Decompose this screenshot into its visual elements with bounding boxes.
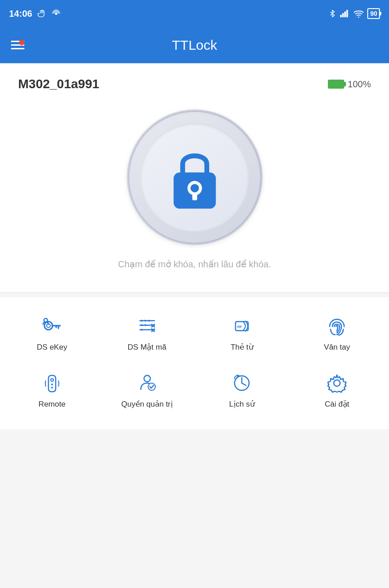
quyen-quan-tri-label: Quyền quản trị (121, 399, 173, 409)
ds-mat-ma-label: DS Mật mã (128, 342, 167, 352)
lock-icon (163, 141, 226, 213)
main-content: M302_01a991 100% (0, 63, 389, 292)
svg-point-20 (144, 320, 146, 322)
lich-su-label: Lịch sử (229, 399, 255, 409)
bottom-grid: DS eKey DS Mật mã (0, 297, 389, 429)
remote-icon (41, 373, 63, 394)
device-header: M302_01a991 100% (9, 77, 380, 100)
remote-button[interactable]: Remote (5, 363, 100, 416)
device-battery-percent: 100% (348, 79, 371, 90)
status-time: 14:06 (9, 9, 32, 19)
svg-point-34 (51, 387, 53, 389)
lock-button[interactable] (127, 109, 263, 245)
lock-inner (140, 123, 249, 232)
svg-point-35 (144, 375, 150, 382)
rfid-icon: RF (231, 315, 253, 337)
remote-label: Remote (38, 400, 66, 409)
svg-point-5 (358, 17, 360, 18)
fingerprint-icon (326, 316, 348, 337)
bluetooth-icon (328, 9, 336, 19)
cai-dat-label: Cài đặt (325, 399, 349, 409)
ds-ekey-label: DS eKey (37, 343, 67, 352)
the-tu-label: Thẻ từ (231, 342, 253, 352)
app-title: TTLock (172, 38, 217, 53)
svg-point-23 (144, 324, 146, 326)
ds-mat-ma-button[interactable]: DS Mật mã (100, 306, 195, 359)
signal-icon (340, 9, 350, 18)
status-left: 14:06 (9, 9, 61, 19)
svg-point-32 (51, 379, 53, 381)
svg-rect-6 (173, 172, 216, 209)
svg-rect-3 (345, 11, 346, 17)
svg-point-40 (334, 380, 340, 386)
status-bar: 14:06 90 (0, 0, 389, 27)
van-tay-label: Vân tay (324, 343, 350, 352)
van-tay-button[interactable]: Vân tay (289, 306, 384, 359)
app-bar: TTLock (0, 27, 389, 63)
hand-icon (37, 9, 47, 19)
svg-line-39 (242, 383, 246, 385)
svg-point-22 (141, 324, 143, 326)
password-list-icon (136, 315, 158, 337)
svg-point-33 (51, 384, 53, 385)
menu-notification-dot (19, 40, 24, 45)
svg-rect-1 (340, 15, 342, 18)
the-tu-button[interactable]: RF Thẻ từ (195, 306, 290, 359)
lock-hint: Chạm để mở khóa, nhấn lâu để khóa. (118, 259, 271, 270)
battery-level: 90 (370, 10, 377, 17)
grid-row-1: DS eKey DS Mật mã (5, 306, 384, 359)
quyen-quan-tri-button[interactable]: Quyền quản trị (100, 363, 195, 416)
device-battery-icon (328, 80, 344, 89)
cai-dat-button[interactable]: Cài đặt (289, 363, 384, 416)
device-name: M302_01a991 (18, 77, 99, 91)
svg-rect-4 (346, 10, 348, 18)
svg-point-21 (148, 320, 150, 322)
hotspot-icon (51, 9, 61, 19)
lich-su-button[interactable]: Lịch sử (195, 363, 290, 416)
status-right: 90 (328, 8, 380, 19)
battery-indicator: 90 (367, 8, 380, 19)
section-divider (0, 292, 389, 293)
svg-rect-2 (342, 13, 344, 17)
svg-point-24 (141, 329, 143, 331)
grid-row-2: Remote Quyền quản trị (5, 363, 384, 416)
device-battery: 100% (328, 79, 371, 90)
lock-container: Chạm để mở khóa, nhấn lâu để khóa. (9, 100, 380, 283)
history-icon (231, 372, 253, 394)
ekey-icon (41, 316, 63, 337)
ds-ekey-button[interactable]: DS eKey (5, 306, 100, 359)
svg-point-19 (141, 320, 143, 322)
svg-point-7 (187, 181, 202, 195)
svg-text:RF: RF (237, 325, 242, 329)
svg-point-9 (190, 184, 199, 193)
admin-icon (136, 372, 158, 394)
wifi-icon (354, 9, 364, 18)
svg-rect-8 (192, 193, 197, 200)
settings-icon (326, 372, 348, 394)
svg-point-0 (55, 12, 58, 15)
